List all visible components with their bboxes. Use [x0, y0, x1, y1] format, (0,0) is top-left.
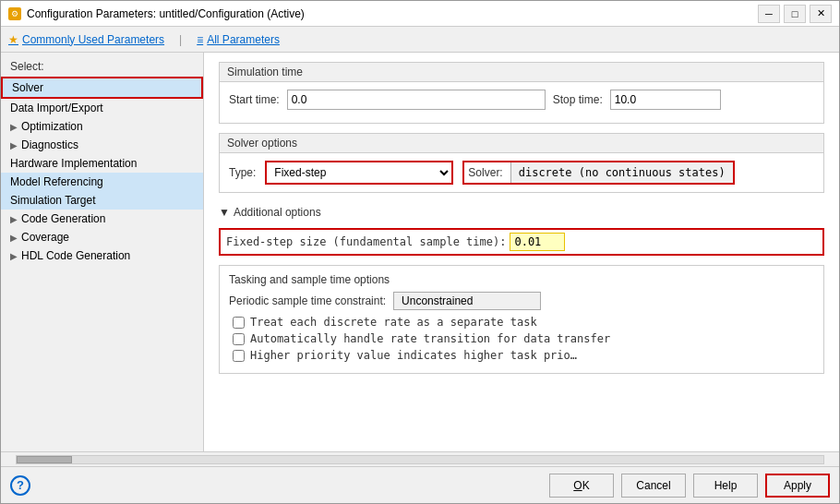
chevron-icon: ▶	[10, 233, 18, 243]
solver-value: discrete (no continuous states)	[510, 162, 733, 183]
sidebar-item-diagnostics-label: Diagnostics	[21, 138, 78, 151]
type-select-container: Fixed-step Variable-step	[265, 161, 453, 185]
stop-time-label: Stop time:	[553, 93, 603, 106]
help-button[interactable]: Help	[693, 474, 758, 498]
sidebar-item-data-import-label: Data Import/Export	[10, 102, 103, 114]
checkbox-row-1: Automatically handle rate transition for…	[229, 332, 814, 345]
all-params-tab[interactable]: ≡ All Parameters	[197, 33, 280, 46]
auto-rate-label: Automatically handle rate transition for…	[250, 332, 610, 345]
simulation-time-row: Start time: Stop time:	[229, 90, 814, 110]
checkbox-row-0: Treat each discrete rate as a separate t…	[229, 316, 814, 329]
toolbar-separator: |	[179, 33, 182, 46]
sidebar-select-label: Select:	[1, 56, 203, 77]
sidebar-item-sim-target-label: Simulation Target	[10, 194, 96, 207]
higher-priority-checkbox[interactable]	[233, 350, 245, 362]
periodic-row: Periodic sample time constraint: Unconst…	[229, 292, 814, 310]
cancel-label: Cancel	[636, 479, 670, 492]
sidebar-item-model-ref-label: Model Referencing	[10, 175, 103, 188]
footer-buttons: OK Cancel Help Apply	[549, 474, 830, 498]
cancel-button[interactable]: Cancel	[621, 474, 686, 498]
periodic-value: Unconstrained	[393, 292, 541, 310]
chevron-icon: ▶	[10, 251, 18, 261]
list-icon: ≡	[197, 33, 203, 46]
minimize-button[interactable]: ─	[758, 5, 780, 23]
stop-time-input[interactable]	[610, 90, 721, 110]
sidebar-item-data-import[interactable]: Data Import/Export	[1, 99, 203, 117]
commonly-used-tab[interactable]: ★ Commonly Used Parameters	[8, 33, 164, 46]
fixed-step-input[interactable]	[510, 233, 565, 251]
simulation-time-body: Start time: Stop time:	[220, 82, 823, 123]
chevron-icon: ▶	[10, 122, 18, 132]
solver-options-section: Solver options Type: Fixed-step Variable…	[219, 133, 824, 193]
treat-discrete-checkbox[interactable]	[233, 317, 245, 329]
sidebar-item-hdl-code-gen[interactable]: ▶ HDL Code Generation	[1, 246, 203, 265]
sidebar-item-hardware-label: Hardware Implementation	[10, 157, 137, 170]
main-window: ⚙ Configuration Parameters: untitled/Con…	[0, 0, 840, 504]
horizontal-scrollbar[interactable]	[16, 455, 824, 464]
window-title: Configuration Parameters: untitled/Confi…	[27, 7, 758, 20]
collapse-icon: ▼	[219, 206, 230, 219]
commonly-used-label: Commonly Used Parameters	[22, 33, 164, 46]
sidebar-item-sim-target[interactable]: Simulation Target	[1, 191, 203, 210]
chevron-icon: ▶	[10, 140, 18, 150]
treat-discrete-label: Treat each discrete rate as a separate t…	[250, 316, 537, 329]
solver-options-row: Type: Fixed-step Variable-step Solver: d…	[229, 161, 814, 185]
sidebar-item-optimization[interactable]: ▶ Optimization	[1, 117, 203, 136]
app-icon: ⚙	[8, 7, 21, 20]
solver-options-title: Solver options	[220, 134, 823, 153]
help-label: Help	[714, 479, 738, 492]
fixed-step-row: Fixed-step size (fundamental sample time…	[219, 228, 824, 256]
apply-label: Apply	[784, 479, 811, 492]
fixed-step-label: Fixed-step size (fundamental sample time…	[226, 235, 506, 248]
solver-display: Solver: discrete (no continuous states)	[462, 161, 734, 185]
sidebar-item-diagnostics[interactable]: ▶ Diagnostics	[1, 136, 203, 154]
sidebar-item-hdl-code-gen-label: HDL Code Generation	[21, 249, 130, 262]
type-label: Type:	[229, 166, 256, 179]
solver-label: Solver:	[464, 166, 506, 179]
sidebar-item-optimization-label: Optimization	[21, 120, 83, 133]
footer-left: ?	[10, 475, 30, 496]
toolbar: ★ Commonly Used Parameters | ≡ All Param…	[1, 27, 839, 53]
sidebar-item-hardware[interactable]: Hardware Implementation	[1, 154, 203, 173]
sidebar-item-code-gen-label: Code Generation	[21, 212, 105, 225]
sidebar-item-model-ref[interactable]: Model Referencing	[1, 173, 203, 191]
sidebar-item-coverage-label: Coverage	[21, 231, 69, 244]
sidebar-item-code-gen[interactable]: ▶ Code Generation	[1, 210, 203, 228]
maximize-button[interactable]: □	[784, 5, 806, 23]
apply-button[interactable]: Apply	[765, 474, 830, 498]
ok-button[interactable]: OK	[549, 474, 614, 498]
start-time-label: Start time:	[229, 93, 280, 106]
main-content: Select: Solver Data Import/Export ▶ Opti…	[1, 53, 839, 451]
all-params-label: All Parameters	[207, 33, 280, 46]
chevron-icon: ▶	[10, 214, 18, 224]
window-controls: ─ □ ✕	[758, 5, 832, 23]
start-time-input[interactable]	[287, 90, 546, 110]
higher-priority-label: Higher priority value indicates higher t…	[250, 349, 577, 362]
footer: ? OK Cancel Help Apply	[1, 466, 839, 503]
content-area: Simulation time Start time: Stop time: S…	[204, 53, 839, 451]
simulation-time-title: Simulation time	[220, 63, 823, 82]
tasking-title: Tasking and sample time options	[229, 273, 814, 286]
close-button[interactable]: ✕	[810, 5, 832, 23]
periodic-label: Periodic sample time constraint:	[229, 294, 386, 307]
sidebar: Select: Solver Data Import/Export ▶ Opti…	[1, 53, 204, 451]
title-bar: ⚙ Configuration Parameters: untitled/Con…	[1, 1, 839, 27]
star-icon: ★	[8, 33, 18, 46]
horizontal-scrollbar-area	[1, 451, 839, 466]
scrollbar-thumb	[17, 456, 72, 463]
additional-options-header[interactable]: ▼ Additional options	[219, 202, 824, 222]
tasking-section: Tasking and sample time options Periodic…	[219, 265, 824, 374]
checkbox-row-2: Higher priority value indicates higher t…	[229, 349, 814, 362]
help-icon[interactable]: ?	[10, 475, 30, 496]
simulation-time-section: Simulation time Start time: Stop time:	[219, 62, 824, 124]
sidebar-item-solver-label: Solver	[12, 81, 43, 94]
ok-label: OK	[573, 479, 589, 492]
auto-rate-checkbox[interactable]	[233, 333, 245, 345]
sidebar-item-coverage[interactable]: ▶ Coverage	[1, 228, 203, 246]
type-select[interactable]: Fixed-step Variable-step	[267, 162, 451, 183]
sidebar-item-solver[interactable]: Solver	[1, 77, 203, 99]
additional-options-container: ▼ Additional options Fixed-step size (fu…	[219, 202, 824, 374]
solver-options-body: Type: Fixed-step Variable-step Solver: d…	[220, 153, 823, 192]
additional-options-label: Additional options	[234, 206, 321, 219]
